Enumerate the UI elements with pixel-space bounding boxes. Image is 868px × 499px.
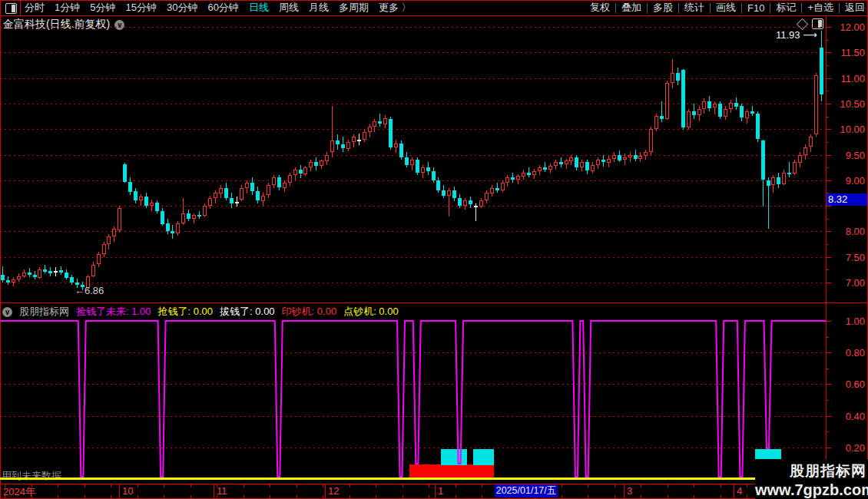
candle bbox=[224, 188, 228, 198]
watermark: 股朋指标网 www.7gpzb.com bbox=[755, 459, 868, 499]
border-top bbox=[0, 0, 868, 1]
candle bbox=[814, 75, 818, 134]
candle bbox=[649, 129, 653, 152]
price-axis-tick bbox=[827, 142, 829, 143]
candle bbox=[176, 223, 180, 233]
price-axis-tick bbox=[827, 244, 829, 245]
candle bbox=[442, 190, 446, 196]
price-axis-tick bbox=[827, 269, 829, 270]
candle bbox=[48, 271, 52, 273]
candle bbox=[665, 83, 669, 119]
candle bbox=[240, 188, 244, 200]
candle bbox=[267, 185, 270, 195]
candle bbox=[352, 137, 356, 142]
candle bbox=[644, 152, 648, 156]
candle bbox=[107, 236, 111, 244]
candle bbox=[638, 156, 642, 159]
indicator-axis-tick bbox=[827, 368, 829, 369]
candle bbox=[623, 157, 627, 160]
candle bbox=[139, 197, 143, 200]
candle bbox=[596, 160, 600, 165]
candle bbox=[702, 101, 706, 109]
price-axis-label: 7.00 bbox=[828, 277, 865, 289]
price-axis-label: 11.50 bbox=[828, 47, 865, 58]
candle bbox=[6, 280, 10, 283]
signal-line-plot bbox=[0, 303, 826, 484]
candle bbox=[782, 173, 786, 184]
candle bbox=[485, 193, 489, 200]
price-gridline bbox=[0, 27, 826, 28]
candle bbox=[591, 165, 595, 171]
candle bbox=[426, 167, 430, 171]
candle bbox=[389, 119, 393, 147]
price-axis-tick bbox=[827, 27, 831, 28]
indicator-axis-label: 0.40 bbox=[828, 411, 865, 422]
date-axis: 2025/01/17/五 2024年101112134 bbox=[0, 484, 868, 498]
candlestick-chart[interactable]: 12.0011.5011.0010.5010.009.509.008.007.5… bbox=[0, 0, 868, 499]
price-axis-tick bbox=[827, 231, 831, 232]
candle bbox=[463, 200, 467, 206]
candle bbox=[330, 140, 334, 152]
candle bbox=[283, 183, 287, 188]
candle bbox=[187, 213, 190, 219]
price-gridline bbox=[0, 78, 826, 79]
candle bbox=[171, 231, 174, 233]
date-label-11: 11 bbox=[217, 485, 227, 497]
candle bbox=[803, 147, 807, 155]
candle bbox=[713, 104, 717, 107]
candle bbox=[336, 140, 340, 144]
candle bbox=[692, 111, 696, 115]
candle bbox=[505, 177, 509, 183]
app-window: 分时1分钟5分钟15分钟30分钟60分钟日线周线月线多周期更多 〉 复权叠加多股… bbox=[0, 0, 868, 499]
candle bbox=[707, 101, 711, 108]
candle bbox=[102, 244, 106, 254]
candle bbox=[341, 144, 345, 148]
candle bbox=[192, 215, 196, 219]
candle bbox=[91, 265, 95, 276]
candle bbox=[59, 270, 63, 273]
candle bbox=[575, 157, 578, 167]
candle bbox=[687, 111, 691, 127]
candle bbox=[793, 162, 797, 173]
candle bbox=[718, 104, 722, 117]
watermark-site-name: 股朋指标网 bbox=[755, 461, 866, 481]
candle bbox=[208, 198, 212, 206]
price-axis-tick bbox=[827, 283, 831, 283]
candle bbox=[256, 191, 260, 200]
candle bbox=[219, 188, 223, 193]
price-axis-tick bbox=[827, 91, 829, 91]
candle bbox=[28, 273, 31, 275]
candle bbox=[166, 223, 170, 231]
candle bbox=[777, 177, 780, 184]
candle bbox=[745, 111, 749, 118]
price-axis-tick bbox=[827, 167, 829, 168]
candle bbox=[272, 177, 276, 185]
zero-baseline bbox=[0, 478, 827, 480]
candle bbox=[97, 254, 101, 264]
candle bbox=[681, 70, 685, 127]
price-axis-label: 10.50 bbox=[828, 98, 865, 110]
candle bbox=[501, 183, 505, 190]
price-axis-tick bbox=[827, 104, 831, 104]
price-axis-line bbox=[826, 16, 827, 484]
candle bbox=[288, 175, 292, 183]
candle bbox=[479, 200, 483, 207]
price-axis-label: 12.00 bbox=[828, 21, 865, 33]
candle bbox=[532, 171, 536, 175]
candle bbox=[118, 208, 121, 230]
candle bbox=[527, 173, 531, 175]
candle bbox=[750, 111, 754, 114]
candle bbox=[320, 160, 323, 166]
candle bbox=[197, 215, 201, 216]
candle bbox=[123, 164, 127, 182]
indicator-axis-tick bbox=[827, 352, 831, 353]
price-axis-label: 9.00 bbox=[828, 175, 865, 187]
price-axis-tick bbox=[827, 40, 829, 41]
candle bbox=[559, 162, 563, 164]
candle bbox=[676, 73, 680, 81]
candle bbox=[203, 206, 207, 216]
candle bbox=[70, 277, 74, 283]
date-label-10: 10 bbox=[122, 485, 133, 497]
candle bbox=[798, 155, 802, 163]
candle bbox=[38, 269, 41, 278]
